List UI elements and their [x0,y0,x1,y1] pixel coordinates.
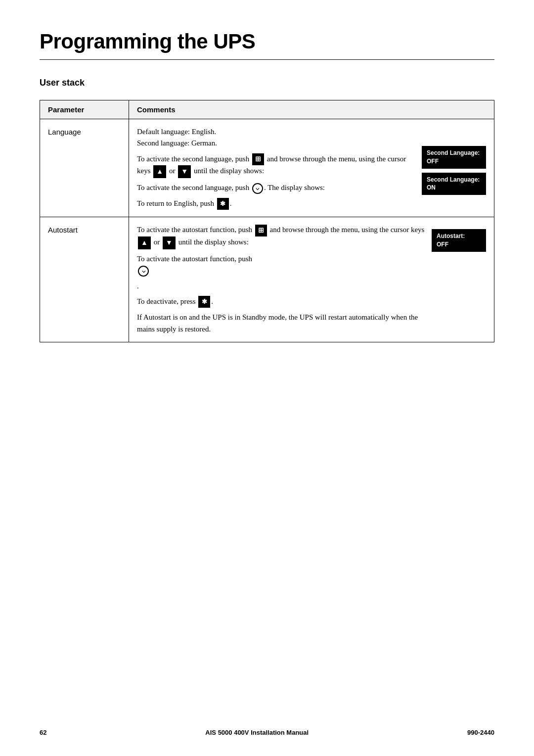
page-footer: 62 AIS 5000 400V Installation Manual 990… [40,729,494,736]
footer-doc-number: 990-2440 [467,729,494,736]
lang-line4: To return to English, push ✱. [137,198,415,210]
autostart-line4: To deactivate, press ✱. [137,296,425,308]
col-header-param: Parameter [40,100,129,119]
grid-key-icon: ⊞ [252,153,264,165]
title-divider [40,59,494,60]
lang-line2: To activate the second language, push ⊞ … [137,153,415,179]
autostart-badges: Autostart:OFF [432,224,486,335]
power-key-icon: ⌵ [252,183,263,194]
main-table: Parameter Comments Language Default lang… [40,100,494,342]
star-key-icon: ✱ [217,198,229,210]
language-text: Default language: English.Second languag… [137,126,415,210]
comment-language: Default language: English.Second languag… [129,119,494,217]
lang-line1: Default language: English.Second languag… [137,126,415,149]
param-language: Language [40,119,129,217]
badge-autostart-off: Autostart:OFF [432,229,486,252]
autostart-line1: To activate the autostart function, push… [137,224,425,249]
badge-second-lang-on: Second Language:ON [422,173,486,195]
autostart-line5: If Autostart is on and the UPS is in Sta… [137,312,425,335]
page-title: Programming the UPS [40,30,494,53]
autostart-text: To activate the autostart function, push… [137,224,425,335]
grid-key-icon2: ⊞ [255,225,267,236]
param-autostart: Autostart [40,217,129,342]
table-row: Autostart To activate the autostart func… [40,217,494,342]
table-row: Language Default language: English.Secon… [40,119,494,217]
cursor-up-icon: ▲ [153,165,166,178]
col-header-comments: Comments [129,100,494,119]
autostart-line2: To activate the autostart function, push… [137,253,425,277]
footer-doc-title: AIS 5000 400V Installation Manual [205,729,309,736]
cursor-up-icon2: ▲ [138,236,151,249]
badge-second-lang-off: Second Language:OFF [422,146,486,169]
autostart-line3: . [137,281,425,292]
star-key-icon2: ✱ [198,296,210,308]
cursor-down-icon: ▼ [178,165,191,178]
cursor-down-icon2: ▼ [163,236,176,249]
power-key-icon2: ⌵ [138,266,149,277]
lang-line3: To activate the second language, push ⌵.… [137,182,415,194]
page-container: Programming the UPS User stack Parameter… [0,0,534,382]
section-heading: User stack [40,78,494,88]
comment-autostart: To activate the autostart function, push… [129,217,494,342]
footer-page-number: 62 [40,729,46,736]
language-badges: Second Language:OFF Second Language:ON [422,126,486,210]
